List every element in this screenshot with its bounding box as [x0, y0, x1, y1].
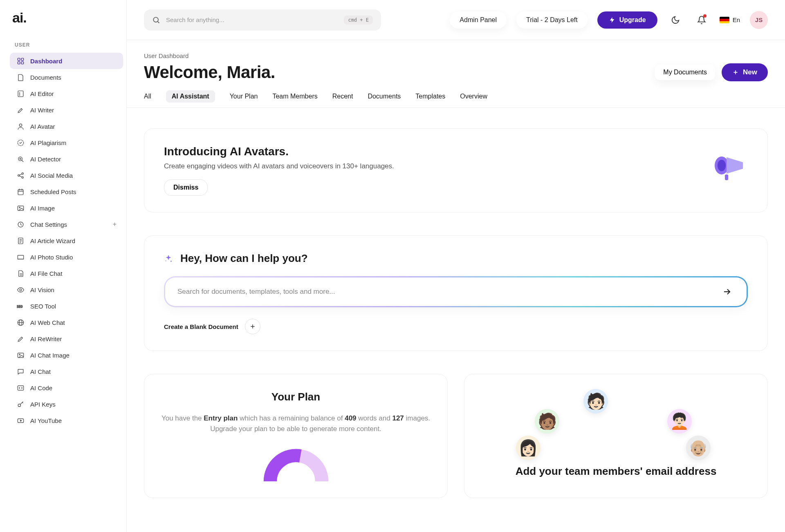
svg-line-15: [19, 176, 22, 177]
sidebar-item-label: AI Vision: [30, 286, 54, 293]
sidebar-item-label: AI Photo Studio: [30, 254, 73, 261]
sidebar-item-label: AI Chat Image: [30, 352, 70, 359]
trial-button[interactable]: Trial - 2 Days Left: [516, 11, 588, 29]
sidebar-item-label: AI ReWriter: [30, 335, 62, 342]
tab-recent[interactable]: Recent: [332, 90, 353, 103]
team-card: 🧑🏻🧑🏽 🧑🏻‍🦱👩🏻👴🏼 Add your team members' ema…: [464, 374, 768, 498]
sidebar-item-ai-image[interactable]: AI Image: [10, 200, 123, 216]
sidebar-item-seo-tool[interactable]: SEOSEO Tool: [10, 298, 123, 314]
sidebar-item-dashboard[interactable]: Dashboard: [10, 53, 123, 69]
bolt-icon: [609, 17, 615, 23]
sidebar-item-label: AI Article Wizard: [30, 237, 75, 244]
kbd-hint: cmd + E: [344, 16, 373, 25]
sidebar-item-ai-editor[interactable]: AI Editor: [10, 85, 123, 102]
sidebar-item-ai-chat-image[interactable]: AI Chat Image: [10, 347, 123, 363]
tabs: AllAI AssistantYour PlanTeam MembersRece…: [144, 90, 768, 103]
tab-all[interactable]: All: [144, 90, 151, 103]
svg-point-42: [153, 17, 158, 22]
dismiss-button[interactable]: Dismiss: [164, 179, 208, 196]
plan-donut-icon: [161, 445, 431, 481]
admin-panel-button[interactable]: Admin Panel: [450, 11, 507, 29]
sidebar-item-ai-writer[interactable]: AI Writer: [10, 102, 123, 118]
tab-your-plan[interactable]: Your Plan: [230, 90, 258, 103]
new-label: New: [743, 68, 757, 76]
editor-icon: [16, 89, 25, 98]
article-icon: [16, 237, 25, 245]
sidebar-item-ai-plagiarism[interactable]: AI Plagiarism: [10, 134, 123, 151]
plan-description: You have the Entry plan which has a rema…: [161, 413, 431, 434]
sidebar-item-ai-rewriter[interactable]: AI ReWriter: [10, 331, 123, 347]
plus-icon[interactable]: +: [113, 221, 117, 228]
sidebar-nav: DashboardDocumentsAI EditorAI WriterAI A…: [10, 53, 123, 429]
photo-icon: [16, 253, 25, 261]
svg-line-43: [158, 21, 159, 23]
svg-point-49: [170, 261, 172, 262]
sidebar-item-label: AI Detector: [30, 156, 61, 163]
svg-rect-2: [18, 62, 20, 64]
sidebar-item-scheduled-posts[interactable]: Scheduled Posts: [10, 183, 123, 200]
sidebar-item-chat-settings[interactable]: Chat Settings+: [10, 216, 123, 232]
sidebar-item-label: SEO Tool: [30, 303, 56, 310]
language-selector[interactable]: En: [720, 16, 740, 23]
sidebar-item-label: AI Editor: [30, 90, 54, 97]
svg-point-21: [19, 207, 20, 208]
scheduled-icon: [16, 188, 25, 196]
tab-overview[interactable]: Overview: [460, 90, 487, 103]
sidebar-item-ai-avatar[interactable]: AI Avatar: [10, 118, 123, 134]
dashboard-icon: [16, 57, 25, 65]
page-title: Welcome, Maria.: [144, 63, 275, 82]
documents-icon: [16, 73, 25, 81]
svg-rect-38: [18, 385, 23, 390]
sparkle-icon: [164, 254, 173, 263]
sidebar-item-documents[interactable]: Documents: [10, 69, 123, 85]
sidebar-item-ai-web-chat[interactable]: AI Web Chat: [10, 314, 123, 331]
sidebar-item-ai-chat[interactable]: AI Chat: [10, 363, 123, 380]
my-documents-button[interactable]: My Documents: [655, 65, 715, 80]
image-icon: [16, 204, 25, 212]
upgrade-button[interactable]: Upgrade: [597, 11, 657, 29]
tab-documents[interactable]: Documents: [368, 90, 401, 103]
svg-rect-48: [725, 174, 728, 180]
sidebar-item-ai-youtube[interactable]: AI YouTube: [10, 412, 123, 429]
key-icon: [16, 400, 25, 408]
tab-templates[interactable]: Templates: [415, 90, 445, 103]
svg-rect-3: [21, 62, 24, 64]
new-button[interactable]: New: [722, 63, 768, 81]
sidebar-item-ai-photo-studio[interactable]: AI Photo Studio: [10, 249, 123, 265]
svg-marker-41: [20, 420, 21, 421]
notifications-button[interactable]: [693, 12, 710, 28]
top-search-input[interactable]: [166, 16, 338, 23]
sidebar-item-ai-social-media[interactable]: AI Social Media: [10, 167, 123, 183]
tab-team-members[interactable]: Team Members: [272, 90, 317, 103]
vision-icon: [16, 286, 25, 294]
sidebar-item-ai-detector[interactable]: AI Detector: [10, 151, 123, 167]
sidebar-item-ai-file-chat[interactable]: AI File Chat: [10, 265, 123, 282]
submit-arrow-button[interactable]: [720, 285, 734, 299]
svg-point-10: [20, 158, 21, 159]
svg-line-9: [21, 160, 23, 161]
avatar[interactable]: JS: [750, 11, 768, 29]
svg-point-37: [19, 354, 20, 355]
assistant-search[interactable]: [164, 276, 748, 307]
dark-mode-toggle[interactable]: [667, 12, 684, 28]
assistant-search-input[interactable]: [177, 288, 720, 296]
sidebar-item-label: Chat Settings: [30, 221, 67, 228]
top-search[interactable]: cmd + E: [144, 9, 381, 31]
sidebar-item-api-keys[interactable]: API Keys: [10, 396, 123, 412]
tab-ai-assistant[interactable]: AI Assistant: [166, 90, 215, 103]
team-avatars-icon: 🧑🏻🧑🏽 🧑🏻‍🦱👩🏻👴🏼: [481, 391, 751, 460]
sidebar-item-label: AI YouTube: [30, 417, 62, 424]
detector-icon: [16, 155, 25, 163]
sidebar-item-ai-code[interactable]: AI Code: [10, 380, 123, 396]
rewriter-icon: [16, 335, 25, 343]
svg-line-14: [19, 174, 22, 175]
code-icon: [16, 384, 25, 392]
create-blank-button[interactable]: [245, 319, 260, 334]
sidebar-item-ai-article-wizard[interactable]: AI Article Wizard: [10, 232, 123, 249]
sidebar-item-ai-vision[interactable]: AI Vision: [10, 282, 123, 298]
svg-rect-40: [18, 418, 23, 422]
svg-point-47: [718, 160, 726, 171]
chat-image-icon: [16, 351, 25, 359]
svg-rect-0: [18, 58, 20, 60]
sidebar: ai. User DashboardDocumentsAI EditorAI W…: [0, 0, 127, 532]
